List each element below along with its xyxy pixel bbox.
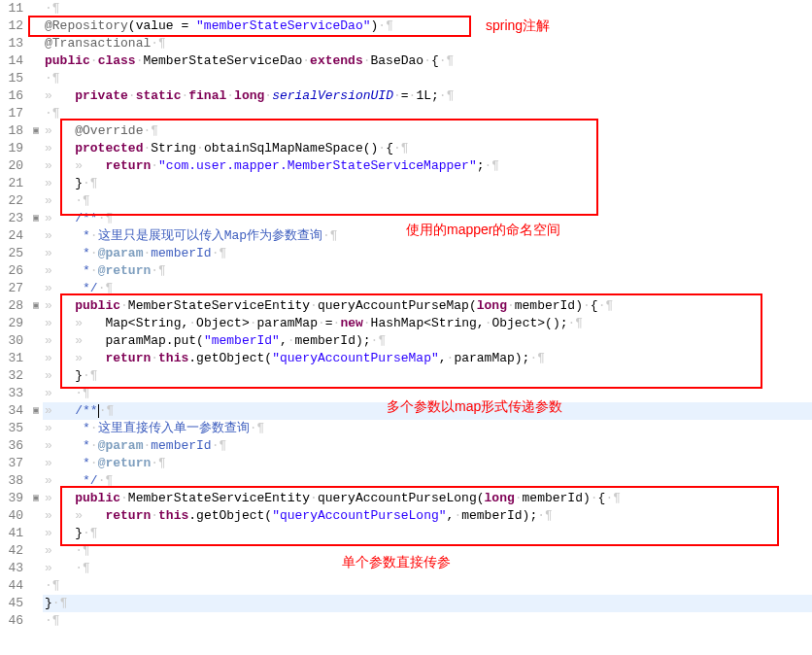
code-line[interactable]: » /**·¶ <box>43 210 812 227</box>
code-line[interactable]: » *·@param·memberId·¶ <box>43 437 812 455</box>
code-line[interactable]: ·¶ <box>43 0 812 17</box>
line-number-gutter: 1112131415161718192021222324252627282930… <box>0 0 29 630</box>
code-line[interactable]: @Transactional·¶ <box>43 35 812 52</box>
code-line[interactable]: » }·¶ <box>43 175 812 192</box>
code-line[interactable]: » public·MemberStateServiceEntity·queryA… <box>43 490 812 507</box>
code-line[interactable]: » @Override·¶ <box>43 122 812 140</box>
code-line[interactable]: » /**·¶ <box>43 402 812 420</box>
code-line[interactable]: ·¶ <box>43 70 812 87</box>
code-line[interactable]: » */·¶ <box>43 280 812 297</box>
code-line[interactable]: » ·¶ <box>43 560 812 577</box>
code-line[interactable]: » *·@return·¶ <box>43 262 812 280</box>
code-line[interactable]: ·¶ <box>43 577 812 595</box>
code-line[interactable]: public·class·MemberStateServiceDao·exten… <box>43 52 812 70</box>
code-line[interactable]: » » return·"com.user.mapper.MemberStateS… <box>43 157 812 175</box>
code-line[interactable]: ·¶ <box>43 612 812 630</box>
code-line[interactable]: » private·static·final·long·serialVersio… <box>43 87 812 105</box>
code-line[interactable]: » *·这里直接传入单一参数查询·¶ <box>43 420 812 437</box>
code-line[interactable]: » *·@return·¶ <box>43 455 812 472</box>
fold-column[interactable]: ▣▣▣▣▣ <box>29 0 43 630</box>
code-line[interactable]: » *·@param·memberId·¶ <box>43 245 812 262</box>
code-line[interactable]: ·¶ <box>43 105 812 122</box>
code-editor[interactable]: 1112131415161718192021222324252627282930… <box>0 0 812 630</box>
code-line[interactable]: » protected·String·obtainSqlMapNameSpace… <box>43 140 812 157</box>
code-line[interactable]: » */·¶ <box>43 472 812 490</box>
code-line[interactable]: » ·¶ <box>43 542 812 560</box>
code-line[interactable]: » ·¶ <box>43 385 812 402</box>
code-line[interactable]: » }·¶ <box>43 367 812 385</box>
code-line[interactable]: » » Map<String,·Object>·paramMap·=·new·H… <box>43 315 812 332</box>
code-line[interactable]: » ·¶ <box>43 192 812 210</box>
code-line[interactable]: » » return·this.getObject("queryAccountP… <box>43 507 812 525</box>
code-area[interactable]: ·¶ @Repository(value = "memberStateServi… <box>43 0 812 630</box>
code-line[interactable]: }·¶ <box>43 595 812 612</box>
code-line[interactable]: » » paramMap.put("memberId",·memberId);·… <box>43 332 812 350</box>
code-line[interactable]: @Repository(value = "memberStateServiceD… <box>43 17 812 35</box>
code-line[interactable]: » *·这里只是展现可以传入Map作为参数查询·¶ <box>43 227 812 245</box>
code-line[interactable]: » }·¶ <box>43 525 812 542</box>
code-line[interactable]: » public·MemberStateServiceEntity·queryA… <box>43 297 812 315</box>
code-line[interactable]: » » return·this.getObject("queryAccountP… <box>43 350 812 367</box>
